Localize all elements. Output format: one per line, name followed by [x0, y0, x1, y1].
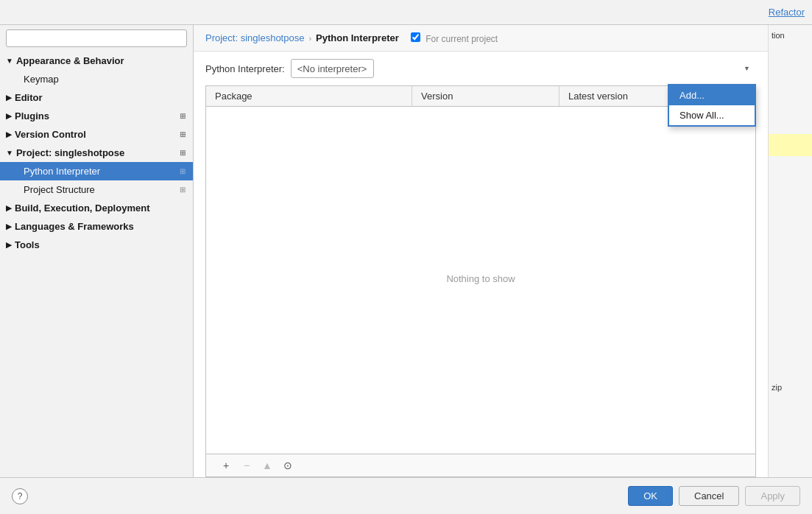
- sidebar-item-label: Tools: [15, 239, 40, 250]
- ok-button[interactable]: OK: [628, 486, 673, 506]
- breadcrumb-for-project: For current project: [411, 32, 498, 44]
- sidebar-item-version-control[interactable]: ▶ Version Control ⊞: [0, 125, 193, 144]
- column-header-version: Version: [412, 86, 559, 106]
- packages-table: Package Version Latest version Nothing t…: [205, 85, 756, 454]
- breadcrumb: Project: singleshotpose › Python Interpr…: [194, 25, 768, 52]
- interpreter-dropdown-menu: Add... Show All...: [668, 84, 756, 127]
- table-empty-message: Nothing to show: [206, 107, 755, 451]
- sidebar-item-tools[interactable]: ▶ Tools: [0, 236, 193, 254]
- breadcrumb-current: Python Interpreter: [316, 32, 399, 43]
- expand-arrow-icon: ▶: [6, 130, 12, 138]
- sidebar-item-label: Languages & Frameworks: [15, 221, 134, 232]
- expand-arrow-icon: ▶: [6, 241, 12, 249]
- expand-arrow-icon: ▶: [6, 222, 12, 230]
- sidebar-item-label: Appearance & Behavior: [16, 55, 124, 66]
- external-link-icon: ⊞: [180, 112, 186, 120]
- bottom-bar: ? OK Cancel Apply: [0, 477, 812, 514]
- interpreter-row: Python Interpreter: <No interpreter> Add…: [194, 52, 768, 85]
- editor-partial-text2: zip: [769, 377, 812, 398]
- settings-panel: Project: singleshotpose › Python Interpr…: [194, 25, 768, 477]
- expand-arrow-icon: ▶: [6, 204, 12, 212]
- sidebar-item-label: Keymap: [24, 74, 59, 85]
- sidebar-item-appearance-behavior[interactable]: ▼ Appearance & Behavior: [0, 52, 193, 70]
- sidebar-item-build-execution[interactable]: ▶ Build, Execution, Deployment: [0, 199, 193, 217]
- bottom-left: ?: [12, 488, 28, 504]
- for-project-label: For current project: [426, 34, 498, 44]
- sidebar-item-label: Python Interpreter: [24, 166, 100, 177]
- bottom-right: OK Cancel Apply: [628, 486, 800, 506]
- cancel-button[interactable]: Cancel: [679, 486, 739, 506]
- column-header-package: Package: [206, 86, 412, 106]
- top-bar: Refactor: [0, 0, 812, 25]
- sidebar-item-plugins[interactable]: ▶ Plugins ⊞: [0, 107, 193, 125]
- refactor-menu[interactable]: Refactor: [769, 7, 805, 18]
- remove-package-button[interactable]: −: [239, 457, 255, 473]
- sidebar-item-label: Plugins: [15, 110, 49, 122]
- external-link-icon: ⊞: [180, 186, 186, 194]
- interpreter-select-wrapper: <No interpreter>: [291, 59, 756, 78]
- sidebar-item-keymap[interactable]: Keymap: [0, 70, 193, 88]
- apply-button[interactable]: Apply: [745, 486, 800, 506]
- expand-arrow-icon: ▼: [6, 57, 13, 65]
- editor-side-panel: tion zip: [768, 25, 812, 477]
- sidebar-search-box[interactable]: [6, 29, 187, 47]
- expand-arrow-icon: ▶: [6, 94, 12, 102]
- dropdown-item-add[interactable]: Add...: [669, 85, 755, 105]
- external-link-icon: ⊞: [180, 167, 186, 175]
- expand-arrow-icon: ▼: [6, 149, 13, 157]
- sidebar-search-input[interactable]: [13, 33, 180, 43]
- sidebar-item-python-interpreter[interactable]: Python Interpreter ⊞: [0, 162, 193, 180]
- editor-partial-text1: tion: [769, 25, 812, 46]
- expand-arrow-icon: ▶: [6, 112, 12, 120]
- upgrade-package-button[interactable]: ▲: [259, 457, 275, 473]
- sidebar-item-project[interactable]: ▼ Project: singleshotpose ⊞: [0, 144, 193, 162]
- sidebar-item-label: Build, Execution, Deployment: [15, 203, 149, 214]
- add-package-button[interactable]: +: [218, 457, 234, 473]
- breadcrumb-separator: ›: [308, 34, 311, 43]
- table-toolbar: + − ▲ ⊙: [205, 454, 756, 477]
- sidebar-item-label: Editor: [15, 92, 43, 103]
- interpreter-select[interactable]: <No interpreter>: [291, 59, 374, 78]
- sidebar-item-project-structure[interactable]: Project Structure ⊞: [0, 180, 193, 199]
- sidebar-item-languages-frameworks[interactable]: ▶ Languages & Frameworks: [0, 217, 193, 236]
- sidebar-item-label: Project: singleshotpose: [16, 147, 124, 158]
- external-link-icon: ⊞: [180, 149, 186, 157]
- dropdown-item-show-all[interactable]: Show All...: [669, 105, 755, 125]
- breadcrumb-project[interactable]: Project: singleshotpose: [205, 32, 304, 43]
- help-button[interactable]: ?: [12, 488, 28, 504]
- main-content: ▼ Appearance & Behavior Keymap ▶ Editor …: [0, 25, 812, 477]
- sidebar-item-label: Version Control: [15, 129, 86, 140]
- editor-highlight-line: [769, 134, 812, 156]
- sidebar-item-label: Project Structure: [24, 184, 95, 195]
- settings-package-button[interactable]: ⊙: [280, 457, 296, 473]
- sidebar-item-editor[interactable]: ▶ Editor: [0, 88, 193, 107]
- external-link-icon: ⊞: [180, 130, 186, 138]
- for-current-project-checkbox[interactable]: [411, 32, 420, 42]
- interpreter-label: Python Interpreter:: [205, 63, 285, 74]
- sidebar: ▼ Appearance & Behavior Keymap ▶ Editor …: [0, 25, 194, 477]
